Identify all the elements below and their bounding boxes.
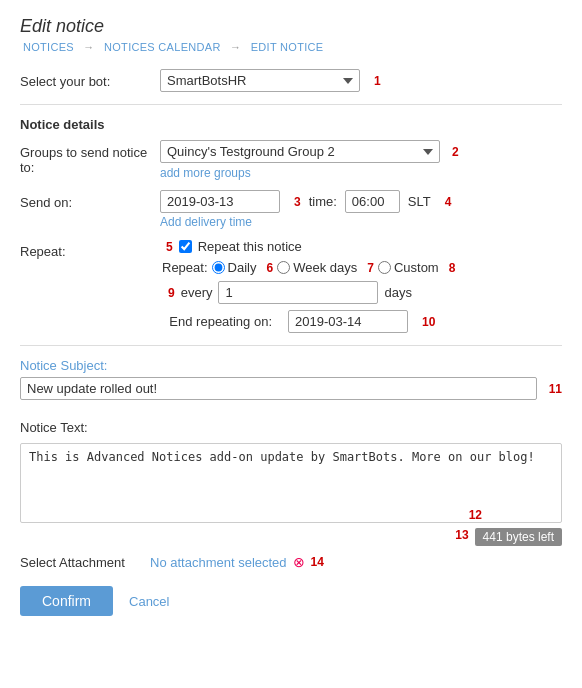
end-date-input[interactable] bbox=[288, 310, 408, 333]
repeat-daily-label[interactable]: Daily bbox=[212, 260, 257, 275]
send-on-row: Send on: 3 time: SLT 4 Add delivery time bbox=[20, 190, 562, 229]
every-label: every bbox=[181, 285, 213, 300]
custom-badge: 8 bbox=[449, 261, 456, 275]
cancel-link[interactable]: Cancel bbox=[129, 594, 169, 609]
groups-content: Quincy's Testground Group 2 2 add more g… bbox=[160, 140, 562, 180]
divider-2 bbox=[20, 345, 562, 346]
repeat-weekdays-label[interactable]: Week days bbox=[277, 260, 357, 275]
repeat-row: Repeat: 5 Repeat this notice Repeat: Dai… bbox=[20, 239, 562, 333]
slt-label: SLT bbox=[408, 194, 431, 209]
bytes-left-row: 13 441 bytes left bbox=[20, 528, 562, 546]
end-date-badge: 10 bbox=[422, 315, 435, 329]
bot-select-row: Select your bot: SmartBotsHR 1 bbox=[20, 69, 562, 92]
daily-badge: 6 bbox=[266, 261, 273, 275]
every-badge: 9 bbox=[168, 286, 175, 300]
repeat-badge: 5 bbox=[166, 240, 173, 254]
attachment-row: Select Attachment No attachment selected… bbox=[20, 554, 562, 570]
breadcrumb-edit: EDIT NOTICE bbox=[251, 41, 324, 53]
confirm-button[interactable]: Confirm bbox=[20, 586, 113, 616]
repeat-weekdays-text: Week days bbox=[293, 260, 357, 275]
repeat-checkbox[interactable] bbox=[179, 240, 192, 253]
notice-subject-section: Notice Subject: 11 bbox=[20, 358, 562, 400]
bytes-left-badge: 441 bytes left bbox=[475, 528, 562, 546]
repeat-custom-text: Custom bbox=[394, 260, 439, 275]
notice-text-section: Notice Text: This is Advanced Notices ad… bbox=[20, 410, 562, 546]
weekdays-badge: 7 bbox=[367, 261, 374, 275]
repeat-options-row: Repeat: Daily 6 Week days 7 Custom 8 bbox=[162, 260, 562, 275]
text-badge: 12 bbox=[469, 508, 482, 522]
send-time-input[interactable] bbox=[345, 190, 400, 213]
attachment-badge: 14 bbox=[311, 555, 324, 569]
time-label: time: bbox=[309, 194, 337, 209]
notice-subject-label: Notice Subject: bbox=[20, 358, 107, 373]
date-badge: 3 bbox=[294, 195, 301, 209]
repeat-check-label[interactable]: Repeat this notice bbox=[198, 239, 302, 254]
send-date-input[interactable] bbox=[160, 190, 280, 213]
subject-badge: 11 bbox=[549, 382, 562, 396]
groups-badge: 2 bbox=[452, 145, 459, 159]
every-input[interactable] bbox=[218, 281, 378, 304]
notice-details-label: Notice details bbox=[20, 117, 562, 132]
time-badge: 4 bbox=[445, 195, 452, 209]
breadcrumb: NOTICES → NOTICES CALENDAR → EDIT NOTICE bbox=[20, 41, 562, 53]
add-more-groups-link[interactable]: add more groups bbox=[160, 166, 251, 180]
notice-text-label: Notice Text: bbox=[20, 420, 88, 435]
every-row: 9 every days bbox=[162, 281, 562, 304]
groups-label: Groups to send notice to: bbox=[20, 140, 160, 175]
send-on-content: 3 time: SLT 4 Add delivery time bbox=[160, 190, 562, 229]
repeat-custom-label[interactable]: Custom bbox=[378, 260, 439, 275]
repeat-label: Repeat: bbox=[20, 239, 160, 259]
remove-attachment-icon[interactable]: ⊗ bbox=[293, 554, 305, 570]
repeat-weekdays-radio[interactable] bbox=[277, 261, 290, 274]
end-repeat-row: End repeating on: 10 bbox=[160, 310, 562, 333]
groups-select[interactable]: Quincy's Testground Group 2 bbox=[160, 140, 440, 163]
bot-select-label: Select your bot: bbox=[20, 69, 160, 89]
end-repeat-label: End repeating on: bbox=[160, 314, 280, 329]
page-title: Edit notice bbox=[20, 16, 562, 37]
groups-row: Groups to send notice to: Quincy's Testg… bbox=[20, 140, 562, 180]
days-suffix: days bbox=[384, 285, 411, 300]
repeat-custom-radio[interactable] bbox=[378, 261, 391, 274]
notice-subject-input[interactable] bbox=[20, 377, 537, 400]
breadcrumb-calendar: NOTICES CALENDAR bbox=[104, 41, 221, 53]
repeat-check-row: 5 Repeat this notice bbox=[160, 239, 562, 254]
repeat-prefix: Repeat: bbox=[162, 260, 208, 275]
add-delivery-link[interactable]: Add delivery time bbox=[160, 215, 562, 229]
repeat-daily-text: Daily bbox=[228, 260, 257, 275]
breadcrumb-notices: NOTICES bbox=[23, 41, 74, 53]
send-on-label: Send on: bbox=[20, 190, 160, 210]
bot-select-content: SmartBotsHR 1 bbox=[160, 69, 562, 92]
bot-select[interactable]: SmartBotsHR bbox=[160, 69, 360, 92]
bot-badge: 1 bbox=[374, 74, 381, 88]
actions-row: Confirm Cancel bbox=[20, 586, 562, 616]
attachment-label: Select Attachment bbox=[20, 555, 150, 570]
bytes-badge-num: 13 bbox=[455, 528, 468, 546]
repeat-content: 5 Repeat this notice Repeat: Daily 6 Wee… bbox=[160, 239, 562, 333]
repeat-daily-radio[interactable] bbox=[212, 261, 225, 274]
divider-1 bbox=[20, 104, 562, 105]
attachment-link[interactable]: No attachment selected bbox=[150, 555, 287, 570]
